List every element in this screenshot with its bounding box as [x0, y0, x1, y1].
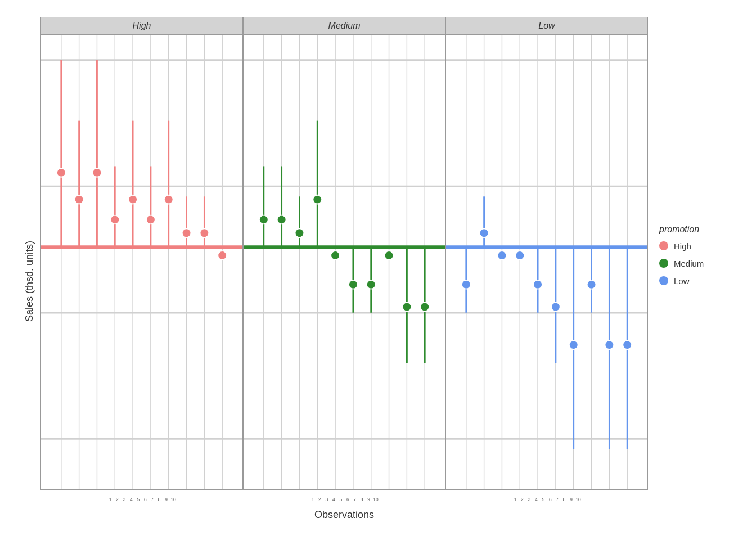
legend-dot: [659, 241, 668, 250]
svg-text:2: 2: [318, 497, 321, 502]
svg-text:2: 2: [521, 497, 524, 502]
legend-dot: [659, 276, 668, 285]
legend: promotion HighMediumLow: [648, 17, 738, 523]
svg-text:10: 10: [373, 497, 379, 502]
svg-text:9: 9: [367, 497, 370, 502]
svg-text:6: 6: [346, 497, 349, 502]
panel-body: [244, 35, 445, 489]
svg-text:7: 7: [151, 497, 154, 502]
x-axis-panel: 12345678910: [243, 490, 446, 506]
svg-text:10: 10: [575, 497, 581, 502]
svg-text:1: 1: [109, 497, 112, 502]
svg-point-101: [498, 251, 507, 260]
x-axis-panel: 12345678910: [446, 490, 648, 506]
svg-text:6: 6: [549, 497, 552, 502]
x-ticks-row: 123456789101234567891012345678910: [40, 490, 648, 506]
panel-body: 2.55.07.510.0: [41, 35, 242, 489]
svg-point-36: [182, 228, 191, 237]
svg-point-107: [605, 340, 614, 349]
svg-point-64: [259, 215, 268, 224]
panels-row: High2.55.07.510.0MediumLow: [40, 17, 648, 490]
svg-point-72: [403, 303, 412, 312]
svg-point-103: [533, 280, 542, 289]
svg-text:9: 9: [570, 497, 573, 502]
svg-text:2: 2: [116, 497, 119, 502]
svg-point-71: [385, 251, 394, 260]
panels-wrapper: High2.55.07.510.0MediumLow 1234567891012…: [40, 17, 648, 523]
svg-point-68: [331, 251, 340, 260]
svg-point-37: [200, 228, 209, 237]
svg-text:3: 3: [123, 497, 126, 502]
panel-header: Medium: [244, 17, 445, 35]
svg-text:3: 3: [326, 497, 328, 502]
svg-point-108: [623, 340, 632, 349]
panel-low: Low: [446, 17, 648, 490]
svg-text:5: 5: [137, 497, 140, 502]
svg-text:7: 7: [353, 497, 356, 502]
svg-point-35: [164, 195, 173, 204]
svg-text:1: 1: [514, 497, 517, 502]
svg-point-69: [349, 280, 358, 289]
legend-item: High: [659, 241, 727, 251]
svg-point-105: [569, 340, 578, 349]
panels-and-legend: High2.55.07.510.0MediumLow 1234567891012…: [40, 17, 738, 523]
panel-circles-svg: [446, 35, 647, 489]
svg-text:8: 8: [361, 497, 363, 502]
svg-point-106: [587, 280, 596, 289]
svg-text:9: 9: [165, 497, 168, 502]
svg-text:4: 4: [130, 497, 133, 502]
svg-point-73: [420, 303, 429, 312]
svg-point-104: [551, 303, 560, 312]
svg-point-66: [295, 228, 304, 237]
legend-title: promotion: [659, 224, 727, 235]
svg-point-102: [515, 251, 524, 260]
svg-point-30: [75, 195, 84, 204]
legend-dot: [659, 259, 668, 268]
legend-label: High: [674, 241, 691, 251]
svg-point-70: [367, 280, 376, 289]
legend-items: HighMediumLow: [659, 241, 727, 294]
svg-point-65: [277, 215, 286, 224]
panel-header: Low: [446, 17, 647, 35]
bottom-area: 123456789101234567891012345678910 Observ…: [40, 490, 648, 523]
svg-point-38: [218, 251, 227, 260]
legend-item: Low: [659, 276, 727, 286]
svg-text:1: 1: [312, 497, 314, 502]
svg-text:4: 4: [535, 497, 538, 502]
y-axis-label: Sales (thsd. units): [18, 17, 40, 523]
x-axis-panel: 12345678910: [40, 490, 243, 506]
svg-text:8: 8: [563, 497, 566, 502]
svg-point-100: [480, 228, 489, 237]
panel-header: High: [41, 17, 242, 35]
svg-text:5: 5: [339, 497, 342, 502]
legend-label: Medium: [674, 259, 704, 268]
svg-point-31: [93, 168, 102, 177]
panel-body: [446, 35, 647, 489]
svg-point-33: [128, 195, 137, 204]
chart-area: Sales (thsd. units) High2.55.07.510.0Med…: [18, 17, 738, 523]
svg-point-67: [313, 195, 322, 204]
panel-circles-svg: [41, 35, 242, 489]
svg-text:4: 4: [332, 497, 335, 502]
svg-point-99: [462, 280, 471, 289]
svg-text:7: 7: [556, 497, 559, 502]
legend-item: Medium: [659, 259, 727, 268]
svg-text:5: 5: [542, 497, 544, 502]
svg-text:10: 10: [170, 497, 176, 502]
svg-point-32: [110, 215, 119, 224]
chart-container: Sales (thsd. units) High2.55.07.510.0Med…: [18, 17, 738, 523]
panel-medium: Medium: [243, 17, 446, 490]
svg-text:8: 8: [158, 497, 161, 502]
svg-text:6: 6: [144, 497, 147, 502]
legend-label: Low: [674, 276, 690, 286]
svg-point-34: [146, 215, 155, 224]
panel-circles-svg: [244, 35, 445, 489]
svg-point-29: [57, 168, 66, 177]
x-axis-label: Observations: [40, 506, 648, 523]
svg-text:3: 3: [528, 497, 531, 502]
panel-high: High2.55.07.510.0: [40, 17, 243, 490]
